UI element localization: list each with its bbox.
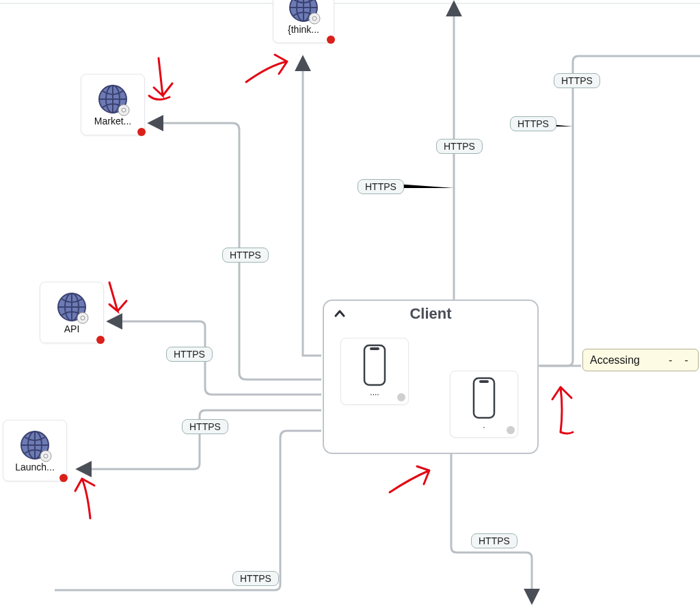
edge-label-https: HTTPS xyxy=(166,347,213,362)
edge-label-https: HTTPS xyxy=(358,179,404,194)
gear-icon xyxy=(308,12,321,25)
phone-icon xyxy=(471,377,497,419)
svg-rect-18 xyxy=(474,378,494,418)
node-api[interactable]: API xyxy=(40,282,104,343)
edge-label-https: HTTPS xyxy=(222,248,269,263)
edge-label-https: HTTPS xyxy=(436,139,483,154)
device-label: .... xyxy=(370,388,379,397)
node-label: Market... xyxy=(94,116,131,127)
group-header: Client xyxy=(324,301,537,327)
svg-point-6 xyxy=(118,105,129,116)
globe-icon xyxy=(98,84,128,114)
group-client[interactable]: Client .... . xyxy=(323,300,539,454)
status-indicator xyxy=(137,128,146,136)
globe-icon xyxy=(288,0,319,23)
svg-rect-17 xyxy=(370,347,379,350)
node-label: API xyxy=(64,323,80,334)
client-device-1[interactable]: .... xyxy=(340,338,409,405)
note-trailing: - - xyxy=(667,354,691,367)
client-device-2[interactable]: . xyxy=(450,371,518,438)
phone-icon xyxy=(362,344,388,386)
node-launch[interactable]: Launch... xyxy=(3,420,67,481)
edge-label-https: HTTPS xyxy=(232,571,279,586)
note-text: Accessing xyxy=(590,354,640,367)
diagram-canvas[interactable]: HTTPS HTTPS HTTPS HTTPS HTTPS HTTPS HTTP… xyxy=(0,0,700,612)
status-indicator xyxy=(397,393,405,401)
status-indicator xyxy=(507,426,515,434)
svg-rect-16 xyxy=(364,345,385,385)
status-indicator xyxy=(59,474,68,482)
chevron-up-icon[interactable] xyxy=(334,308,346,320)
gear-icon xyxy=(118,104,130,116)
svg-rect-19 xyxy=(479,380,489,383)
edge-label-https: HTTPS xyxy=(554,73,600,88)
svg-point-2 xyxy=(309,13,320,24)
edge-label-https: HTTPS xyxy=(471,533,517,548)
svg-point-10 xyxy=(77,312,88,323)
node-label: Launch... xyxy=(15,462,55,473)
globe-icon xyxy=(57,292,87,322)
gear-icon xyxy=(40,450,52,462)
note-accessing[interactable]: Accessing - - xyxy=(582,349,699,371)
group-title: Client xyxy=(409,305,451,323)
svg-point-14 xyxy=(40,451,51,462)
gear-icon xyxy=(77,312,89,324)
node-label: {think... xyxy=(288,24,319,35)
node-market[interactable]: Market... xyxy=(81,74,145,135)
globe-icon xyxy=(20,430,50,460)
node-think[interactable]: {think... xyxy=(273,0,334,43)
device-label: . xyxy=(483,421,485,430)
edge-label-https: HTTPS xyxy=(510,116,556,131)
edge-label-https: HTTPS xyxy=(182,419,228,434)
status-indicator xyxy=(96,336,105,344)
status-indicator xyxy=(327,36,335,44)
